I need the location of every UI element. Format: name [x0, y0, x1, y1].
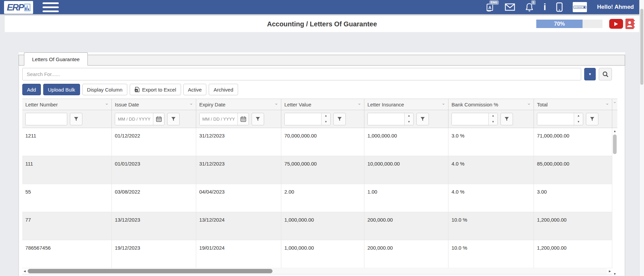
column-header-label: Expiry Date — [199, 102, 226, 107]
filter-cell-letter-value: ▲▼ — [281, 110, 364, 128]
filter-button-bank-commission[interactable] — [500, 113, 513, 125]
vertical-scrollbar: ⌄ ▲ ▼ — [612, 99, 617, 276]
youtube-icon[interactable] — [609, 19, 623, 29]
filter-number-input-total[interactable] — [537, 113, 574, 125]
filter-number-input-bank-commission[interactable] — [452, 113, 488, 125]
table-cell-expiry-date: 31/12/2023 — [196, 156, 281, 184]
display-column-button[interactable]: Display Column — [82, 84, 127, 95]
table-cell-bank-commission: 3.0 % — [448, 128, 534, 156]
table-row[interactable]: 78656745619/12/202319/01/20241,000,000.0… — [22, 240, 612, 268]
stepper-down-icon[interactable]: ▼ — [321, 119, 330, 125]
stepper-up-icon[interactable]: ▲ — [489, 113, 497, 119]
chevron-down-icon[interactable]: ⌄ — [357, 100, 361, 106]
add-button[interactable]: Add — [22, 84, 41, 95]
table-row[interactable]: 121101/12/202231/12/202370,000,000.001,0… — [22, 128, 612, 156]
scroll-down-arrow-icon[interactable]: ▼ — [612, 271, 617, 276]
stepper-up-icon[interactable]: ▲ — [405, 113, 413, 119]
vertical-scrollbar-track[interactable] — [612, 154, 617, 271]
chevron-down-icon[interactable]: ⌄ — [189, 100, 193, 106]
column-header-expiry-date[interactable]: Expiry Date⌄ — [196, 99, 281, 110]
filter-date-input-expiry-date[interactable] — [200, 113, 237, 125]
funnel-icon — [171, 117, 176, 121]
column-header-total[interactable]: Total⌄ — [534, 99, 612, 110]
table-cell-expiry-date: 04/04/2023 — [196, 184, 281, 212]
filter-number-input-letter-value[interactable] — [285, 113, 321, 125]
chevron-down-icon[interactable]: ⌄ — [105, 100, 109, 106]
filter-button-issue-date[interactable] — [167, 113, 180, 125]
filter-input-letter-number[interactable] — [25, 113, 67, 125]
vertical-scrollbar-thumb[interactable] — [613, 134, 617, 154]
funnel-icon — [74, 117, 78, 121]
chevron-down-icon[interactable]: ⌄ — [441, 100, 445, 106]
stepper-down-icon[interactable]: ▼ — [574, 119, 583, 125]
chevron-down-icon[interactable]: ⌄ — [605, 100, 609, 106]
filter-button-letter-number[interactable] — [70, 113, 82, 125]
column-header-letter-insurance[interactable]: Letter Insurance⌄ — [364, 99, 448, 110]
table-cell-issue-date: 19/12/2023 — [112, 240, 196, 268]
funnel-icon — [590, 117, 594, 121]
search-input[interactable] — [22, 68, 581, 80]
filter-button-expiry-date[interactable] — [252, 113, 264, 125]
page-scrollbar[interactable] — [639, 0, 644, 276]
column-header-label: Total — [537, 102, 548, 107]
filter-button-total[interactable] — [586, 113, 598, 125]
active-button[interactable]: Active — [183, 84, 207, 95]
column-header-letter-number[interactable]: Letter Number⌄ — [22, 99, 112, 110]
stepper-down-icon[interactable]: ▼ — [489, 119, 497, 125]
column-header-letter-value[interactable]: Letter Value⌄ — [281, 99, 364, 110]
page-scrollbar-thumb[interactable] — [640, 9, 643, 85]
grid-filter-row: ▲▼▲▼▲▼▲▼ — [22, 110, 612, 128]
table-cell-total: 85,000,000.00 — [534, 156, 612, 184]
archived-button[interactable]: Archived — [209, 84, 238, 95]
table-row[interactable]: 5503/08/202204/04/20232.001.004.0 %3.00 — [22, 184, 612, 212]
funnel-icon — [256, 117, 260, 121]
column-header-issue-date[interactable]: Issue Date⌄ — [112, 99, 196, 110]
table-cell-bank-commission: 4.0 % — [448, 156, 534, 184]
horizontal-scrollbar-thumb[interactable] — [28, 269, 273, 273]
chevron-down-icon[interactable]: ⌄ — [527, 100, 531, 106]
number-filter-group: ▲▼ — [284, 113, 331, 125]
column-header-bank-commission[interactable]: Bank Commission %⌄ — [448, 99, 534, 110]
tab-letters-of-guarantee[interactable]: Letters Of Guarantee — [24, 52, 88, 66]
table-cell-letter-value: 1,000,000.00 — [281, 212, 364, 240]
column-header-label: Issue Date — [115, 102, 139, 107]
mobile-icon[interactable] — [556, 2, 563, 12]
mail-icon[interactable] — [505, 3, 515, 11]
brand-badge[interactable]: CLOUDSOFT — [573, 2, 587, 12]
next-row-sliver — [22, 274, 612, 276]
table-cell-letter-number: 55 — [22, 184, 112, 212]
calendar-button[interactable] — [153, 113, 164, 125]
table-cell-total: 1,200,000.00 — [534, 240, 612, 268]
horizontal-scrollbar-track[interactable] — [27, 269, 608, 274]
chevron-down-icon[interactable]: ⌄ — [274, 100, 278, 106]
table-cell-letter-number: 77 — [22, 212, 112, 240]
filter-date-input-issue-date[interactable] — [115, 113, 153, 125]
menu-hamburger-icon[interactable] — [43, 2, 59, 12]
search-dropdown-button[interactable]: ▼ — [584, 68, 596, 80]
filter-button-letter-insurance[interactable] — [416, 113, 429, 125]
scroll-right-arrow-icon[interactable]: ► — [608, 268, 612, 274]
info-icon[interactable]: i — [544, 3, 546, 11]
stepper-down-icon[interactable]: ▼ — [405, 119, 413, 125]
calendar-button[interactable] — [237, 113, 249, 125]
table-row[interactable]: 7713/12/202313/12/20241,000,000.00200,00… — [22, 212, 612, 240]
table-cell-letter-number: 786567456 — [22, 240, 112, 268]
table-cell-expiry-date: 19/01/2024 — [196, 240, 281, 268]
scroll-left-arrow-icon[interactable]: ◄ — [22, 268, 27, 274]
export-to-excel-button[interactable]: x Export to Excel — [130, 84, 181, 95]
notifications-bell-icon[interactable]: 1 — [525, 3, 534, 12]
table-row[interactable]: 11101/01/202331/12/202375,000,000.0010,0… — [22, 156, 612, 184]
number-stepper: ▲▼ — [574, 113, 583, 125]
contacts-book-icon[interactable] — [625, 19, 635, 30]
filter-number-input-letter-insurance[interactable] — [368, 113, 404, 125]
app-logo[interactable]: ERP — [4, 1, 33, 14]
table-cell-total: 3.00 — [534, 184, 612, 212]
upload-bulk-button[interactable]: Upload Bulk — [43, 84, 80, 95]
scroll-up-arrow-icon[interactable]: ▲ — [612, 128, 617, 134]
filter-button-letter-value[interactable] — [333, 113, 346, 125]
language-icon[interactable]: A ENG — [486, 3, 495, 11]
search-button[interactable] — [599, 68, 612, 80]
letters-panel: Letters Of Guarantee ▼ Add Upload Bulk D… — [19, 52, 625, 276]
stepper-up-icon[interactable]: ▲ — [321, 113, 330, 119]
stepper-up-icon[interactable]: ▲ — [574, 113, 583, 119]
